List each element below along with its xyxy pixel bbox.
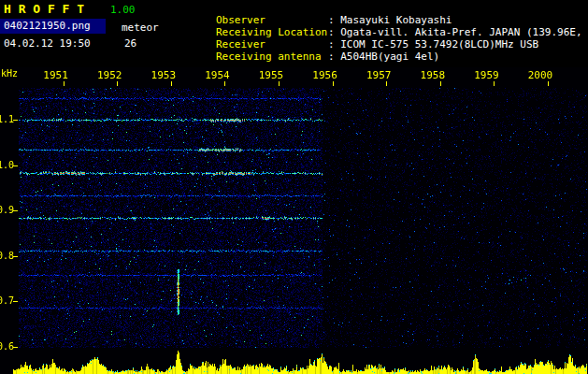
info-label: Receiver bbox=[216, 38, 328, 50]
time-tick-label: 1954 bbox=[205, 69, 230, 81]
app-title: H R O F F T bbox=[4, 2, 84, 16]
spectrogram-plot: kHz 195119521953195419551956195719581959… bbox=[0, 67, 588, 374]
freq-tick-label: 0.8 bbox=[0, 251, 13, 261]
info-row-observer: Observer: Masayuki Kobayashi bbox=[166, 2, 588, 14]
time-tick-label: 1957 bbox=[366, 69, 392, 81]
time-tick-label: 1951 bbox=[43, 69, 68, 81]
info-value: : Ogata-vill. Akita-Pref. JAPAN (139.96E… bbox=[328, 26, 588, 38]
station-info: Observer: Masayuki Kobayashi Receiving L… bbox=[166, 2, 588, 50]
time-tick-label: 1952 bbox=[97, 69, 122, 81]
echo-count: 26 bbox=[124, 37, 136, 50]
time-tick-label: 1959 bbox=[474, 69, 499, 81]
info-label: Receiving Location bbox=[216, 26, 328, 38]
app-version: 1.00 bbox=[110, 4, 136, 16]
time-tick-label: 1953 bbox=[151, 69, 177, 81]
mode-label: meteor bbox=[122, 22, 159, 34]
info-label: Receiving antenna bbox=[216, 50, 328, 63]
output-filename: 0402121950.png bbox=[0, 19, 106, 34]
info-value: : ICOM IC-575 53.7492(8LCD)MHz USB bbox=[328, 38, 538, 50]
spectrogram-canvas bbox=[0, 67, 588, 374]
freq-tick-label: 0.7 bbox=[0, 295, 13, 306]
datetime-label: 04.02.12 19:50 bbox=[4, 37, 91, 50]
freq-tick-label: 0.6 bbox=[0, 341, 13, 352]
time-tick-label: 2000 bbox=[528, 69, 553, 81]
freq-tick-label: 1.1 bbox=[0, 114, 13, 124]
freq-tick-label: 1.0 bbox=[0, 160, 13, 170]
freq-axis-unit: kHz bbox=[1, 68, 18, 79]
time-tick-label: 1958 bbox=[421, 69, 446, 81]
hrofft-window: H R O F F T 1.00 0402121950.png meteor 0… bbox=[0, 0, 588, 374]
info-value: : A504HB(yagi 4el) bbox=[328, 50, 439, 63]
info-label: Observer bbox=[216, 14, 328, 26]
info-value: : Masayuki Kobayashi bbox=[328, 14, 452, 26]
time-tick-label: 1956 bbox=[312, 69, 337, 81]
time-tick-label: 1955 bbox=[259, 69, 284, 81]
freq-tick-label: 0.9 bbox=[0, 205, 13, 215]
